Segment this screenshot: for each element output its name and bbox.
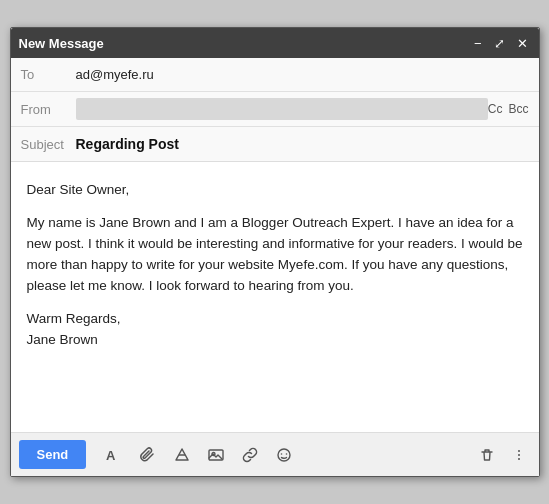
svg-point-7 (286, 453, 288, 455)
google-drive-icon[interactable] (170, 443, 194, 467)
bcc-button[interactable]: Bcc (508, 102, 528, 116)
to-value[interactable]: ad@myefe.ru (76, 67, 529, 82)
sign-off: Warm Regards, Jane Brown (27, 309, 523, 351)
compose-window: New Message − ⤢ ✕ To ad@myefe.ru From Cc… (10, 27, 540, 477)
cc-button[interactable]: Cc (488, 102, 503, 116)
title-bar: New Message − ⤢ ✕ (11, 28, 539, 58)
svg-point-5 (278, 449, 290, 461)
from-label: From (21, 102, 76, 117)
compose-toolbar: Send A (11, 432, 539, 476)
sender-name: Jane Brown (27, 332, 98, 347)
window-controls: − ⤢ ✕ (471, 37, 531, 50)
subject-value[interactable]: Regarding Post (76, 136, 529, 152)
from-input[interactable] (76, 98, 488, 120)
svg-rect-9 (518, 454, 520, 456)
maximize-button[interactable]: ⤢ (491, 37, 508, 50)
svg-rect-10 (518, 458, 520, 460)
to-label: To (21, 67, 76, 82)
delete-icon[interactable] (475, 443, 499, 467)
format-text-icon[interactable]: A (102, 443, 126, 467)
close-button[interactable]: ✕ (514, 37, 531, 50)
subject-row: Subject Regarding Post (11, 127, 539, 161)
warm-regards: Warm Regards, (27, 311, 121, 326)
cc-bcc-controls: Cc Bcc (488, 102, 529, 116)
subject-label: Subject (21, 137, 76, 152)
attach-file-icon[interactable] (136, 443, 160, 467)
svg-text:A: A (106, 448, 116, 463)
svg-point-6 (281, 453, 283, 455)
window-title: New Message (19, 36, 104, 51)
toolbar-right (475, 443, 531, 467)
more-options-icon[interactable] (507, 443, 531, 467)
body-paragraph: My name is Jane Brown and I am a Blogger… (27, 213, 523, 297)
send-button[interactable]: Send (19, 440, 87, 469)
insert-photo-icon[interactable] (204, 443, 228, 467)
svg-rect-8 (518, 450, 520, 452)
header-fields: To ad@myefe.ru From Cc Bcc Subject Regar… (11, 58, 539, 162)
emoji-icon[interactable] (272, 443, 296, 467)
from-row: From Cc Bcc (11, 92, 539, 127)
to-row: To ad@myefe.ru (11, 58, 539, 92)
minimize-button[interactable]: − (471, 37, 485, 50)
greeting-line: Dear Site Owner, (27, 180, 523, 201)
insert-link-icon[interactable] (238, 443, 262, 467)
email-body[interactable]: Dear Site Owner, My name is Jane Brown a… (11, 162, 539, 432)
